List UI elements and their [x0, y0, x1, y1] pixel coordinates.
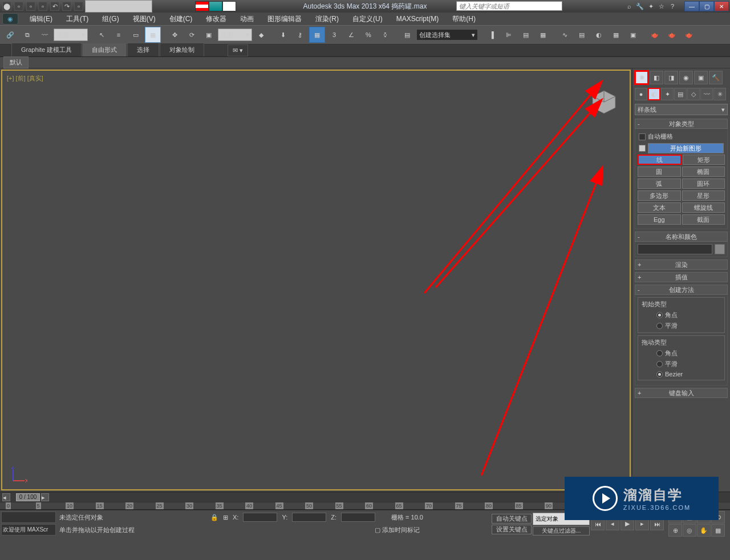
btn-ellipse[interactable]: 椭圆	[682, 167, 725, 177]
cat-systems[interactable]: ✳	[713, 88, 726, 100]
menu-render[interactable]: 渲染(R)	[309, 13, 346, 26]
time-left-btn[interactable]: ◂	[2, 493, 10, 501]
link-icon[interactable]: ▫	[74, 2, 83, 11]
time-slider-handle[interactable]: 0 / 100	[16, 493, 40, 501]
binoculars-icon[interactable]: ⌕	[624, 2, 634, 11]
menu-create[interactable]: 创建(C)	[163, 13, 200, 26]
star-icon[interactable]: ☆	[657, 2, 666, 11]
select-tool[interactable]: ↖	[94, 27, 110, 43]
render-frame-tool[interactable]: ▣	[625, 27, 641, 43]
mirror-tool[interactable]: ▐	[484, 27, 500, 43]
menu-graph[interactable]: 图形编辑器	[261, 13, 309, 26]
search-input[interactable]	[457, 2, 562, 10]
btn-donut[interactable]: 圆环	[682, 178, 725, 189]
move-tool[interactable]: ✥	[167, 27, 182, 43]
create-tab[interactable]: ✺	[635, 71, 648, 84]
start-new-check[interactable]: ✓开始新图形	[638, 142, 725, 155]
nav-8[interactable]: ▦	[711, 524, 725, 537]
rollout-head-objtype[interactable]: -对象类型	[635, 119, 728, 129]
dope-sheet-tool[interactable]: ▤	[574, 27, 590, 43]
menu-maxscript[interactable]: MAXScript(M)	[390, 13, 446, 25]
keymode-tool[interactable]: ⚷	[292, 27, 308, 43]
snap-toggle[interactable]: ▦	[309, 27, 325, 43]
radio-drag-corner[interactable]: 角点	[639, 348, 723, 359]
tab-graphite[interactable]: Graphite 建模工具	[11, 43, 82, 56]
cat-shapes[interactable]: ◐	[648, 88, 660, 100]
time-right-btn[interactable]: ▸	[41, 493, 49, 501]
manip-tool[interactable]: ⬇	[275, 27, 291, 43]
key-filter-btn[interactable]: 关键点过滤器...	[533, 526, 590, 535]
editor-tool[interactable]: ▤	[399, 27, 415, 43]
rect-select-tool[interactable]: ▭	[128, 27, 144, 43]
name-input[interactable]	[638, 244, 712, 254]
viewport-label[interactable]: [+] [前] [真实]	[7, 74, 43, 83]
tab-freeform[interactable]: 自由形式	[82, 43, 127, 56]
cat-helpers[interactable]: ◇	[687, 88, 700, 100]
menu-animation[interactable]: 动画	[233, 13, 261, 26]
rollout-head-keyboard[interactable]: +键盘输入	[635, 388, 728, 398]
undo-icon[interactable]: ↶	[50, 2, 59, 11]
selection-set-dropdown[interactable]: 创建选择集▾	[416, 29, 478, 40]
auto-key-btn[interactable]: 自动关键点	[492, 514, 532, 524]
cat-lights[interactable]: ✦	[661, 88, 674, 100]
menu-view[interactable]: 视图(V)	[126, 13, 163, 26]
btn-line[interactable]: 线	[638, 155, 682, 165]
menu-tools[interactable]: 工具(T)	[59, 13, 95, 26]
shape-type-dropdown[interactable]: 样条线▾	[635, 104, 728, 115]
app-logo[interactable]: ◉	[2, 13, 18, 25]
angle-snap[interactable]: ∠	[343, 27, 359, 43]
lock-icon[interactable]: 🔒	[210, 514, 218, 521]
schematic-tool[interactable]: ▦	[535, 27, 551, 43]
z-input[interactable]	[341, 513, 375, 522]
menu-group[interactable]: 组(G)	[95, 13, 125, 26]
render-prod-tool[interactable]: 🫖	[647, 27, 663, 43]
cat-space[interactable]: 〰	[700, 88, 713, 100]
comm-icon[interactable]: ✦	[646, 2, 655, 11]
select-name-tool[interactable]: ≡	[111, 27, 127, 43]
rollout-head-render[interactable]: +渲染	[635, 259, 728, 270]
scale-tool[interactable]: ▣	[201, 27, 217, 43]
cat-cameras[interactable]: ▤	[674, 88, 687, 100]
set-key-btn[interactable]: 设置关键点	[492, 525, 532, 534]
script-mini[interactable]	[1, 512, 56, 523]
menu-modifiers[interactable]: 修改器	[199, 13, 233, 26]
nav-7[interactable]: ✋	[697, 524, 711, 537]
new-icon[interactable]: ▫	[14, 2, 23, 11]
snap-3[interactable]: 3	[326, 27, 342, 43]
align-tool[interactable]: ⊫	[501, 27, 517, 43]
btn-ngon[interactable]: 多边形	[638, 190, 681, 201]
nav-6[interactable]: ◎	[683, 524, 696, 537]
auto-grid-check[interactable]: 自动栅格	[638, 131, 725, 142]
btn-star[interactable]: 星形	[682, 190, 725, 201]
display-tab[interactable]: ▣	[694, 71, 708, 84]
render-setup-tool[interactable]: ▦	[608, 27, 624, 43]
radio-drag-bezier[interactable]: Bezier	[639, 370, 723, 379]
pivot-tool[interactable]: ◆	[253, 27, 269, 43]
radio-init-smooth[interactable]: 平滑	[639, 320, 723, 331]
bind-tool[interactable]: 〰	[36, 27, 52, 43]
rollout-head-namecolor[interactable]: -名称和颜色	[635, 232, 728, 242]
tab-object-paint[interactable]: 对象绘制	[160, 43, 204, 56]
btn-egg[interactable]: Egg	[638, 214, 681, 225]
filter-dropdown[interactable]: 全部▾	[54, 29, 88, 41]
radio-drag-smooth[interactable]: 平滑	[639, 359, 723, 370]
utilities-tab[interactable]: 🔨	[709, 71, 723, 84]
hierarchy-tab[interactable]: ◨	[664, 71, 678, 84]
menu-edit[interactable]: 编辑(E)	[23, 13, 59, 26]
nav-5[interactable]: ⊕	[668, 524, 682, 537]
search-box[interactable]	[456, 1, 562, 11]
x-input[interactable]	[243, 513, 277, 522]
spinner-snap[interactable]: ⧲	[378, 27, 394, 43]
tab-selection[interactable]: 选择	[127, 43, 159, 56]
modify-tab[interactable]: ◧	[650, 71, 663, 84]
btn-arc[interactable]: 弧	[638, 178, 681, 189]
y-input[interactable]	[292, 513, 326, 522]
link-tool[interactable]: 🔗	[2, 27, 18, 43]
viewcube[interactable]	[590, 88, 618, 116]
menu-help[interactable]: 帮助(H)	[445, 13, 482, 26]
radio-init-corner[interactable]: 角点	[639, 310, 723, 320]
ref-coord-dropdown[interactable]: 视图▾	[218, 29, 252, 41]
subtab-default[interactable]: 默认	[3, 56, 29, 68]
rotate-tool[interactable]: ⟳	[184, 27, 200, 43]
viewport[interactable]: [+] [前] [真实] zx	[1, 70, 631, 490]
